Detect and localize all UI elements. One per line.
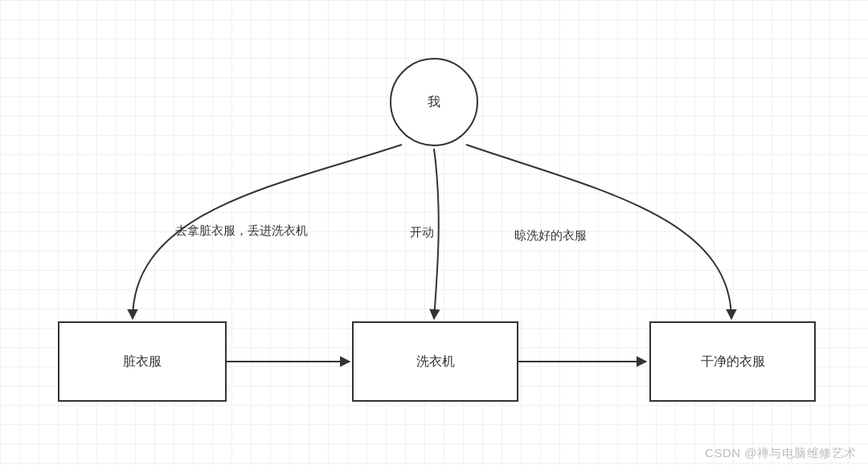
edge-actor-to-dirty: [133, 145, 402, 319]
edge-actor-to-clean: [466, 145, 731, 319]
edge-actor-to-washer: [434, 149, 439, 319]
diagram-canvas: 我 脏衣服 洗衣机 干净的衣服 去拿脏衣服，丢进洗衣机 开动 晾洗好的衣服: [0, 0, 868, 466]
connector-layer: [0, 0, 868, 466]
watermark-text: CSDN @禅与电脑维修艺术: [705, 446, 857, 461]
